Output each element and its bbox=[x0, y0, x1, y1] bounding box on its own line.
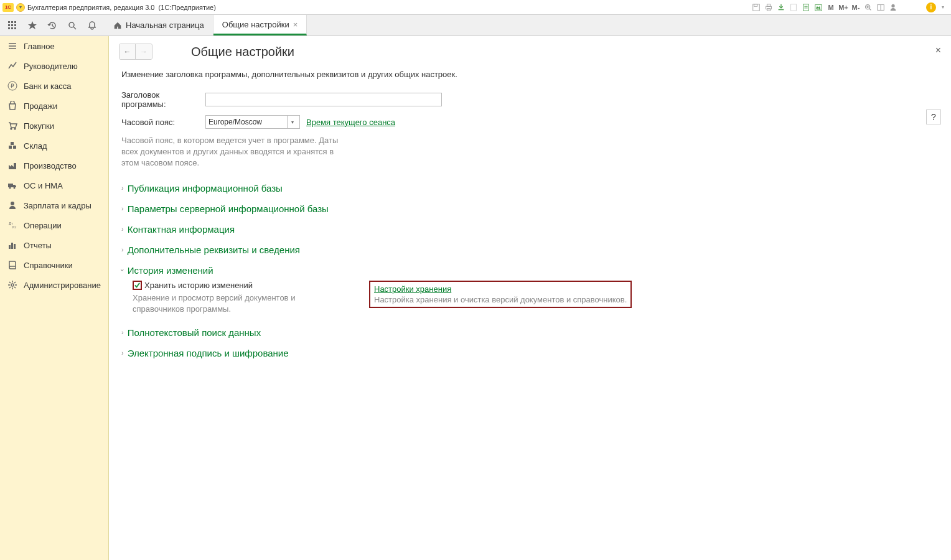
bell-icon[interactable] bbox=[82, 15, 102, 36]
nav-back-button[interactable]: ← bbox=[119, 44, 136, 59]
app-menu-dropdown[interactable]: ▾ bbox=[16, 3, 25, 12]
book-icon bbox=[7, 260, 17, 270]
sidebar: Главное Руководителю ₽Банк и касса Прода… bbox=[0, 36, 109, 560]
star-icon[interactable] bbox=[22, 15, 42, 36]
chart-line-icon bbox=[7, 61, 17, 71]
zoom-icon[interactable] bbox=[863, 2, 874, 13]
person-icon bbox=[7, 200, 17, 210]
calendar-icon[interactable]: 31 bbox=[813, 2, 824, 13]
sidebar-item-directories[interactable]: Справочники bbox=[0, 255, 108, 275]
history-icon[interactable] bbox=[42, 15, 62, 36]
download-icon[interactable] bbox=[775, 2, 787, 13]
svg-line-28 bbox=[73, 27, 76, 29]
save-icon[interactable] bbox=[751, 2, 762, 13]
help-button[interactable]: ? bbox=[926, 110, 941, 124]
bag-icon bbox=[7, 101, 17, 111]
info-dropdown[interactable]: ▾ bbox=[937, 2, 949, 13]
storage-settings-box: Настройки хранения Настройка хранения и … bbox=[369, 281, 632, 308]
svg-text:31: 31 bbox=[817, 5, 821, 9]
section-title: Параметры серверной информационной базы bbox=[128, 203, 329, 214]
svg-rect-47 bbox=[14, 244, 16, 249]
tab-settings-label: Общие настройки bbox=[222, 20, 289, 29]
svg-point-42 bbox=[11, 202, 14, 205]
search-icon[interactable] bbox=[62, 15, 82, 36]
close-button[interactable]: × bbox=[935, 45, 941, 56]
section-server-params[interactable]: › Параметры серверной информационной баз… bbox=[121, 201, 939, 217]
svg-point-17 bbox=[891, 4, 894, 7]
chevron-down-icon: › bbox=[119, 269, 126, 271]
page-title: Общие настройки bbox=[191, 45, 294, 59]
tab-home[interactable]: Начальная страница bbox=[105, 15, 213, 35]
sidebar-item-main[interactable]: Главное bbox=[0, 36, 108, 56]
svg-rect-25 bbox=[11, 27, 13, 29]
user-icon[interactable] bbox=[888, 2, 899, 13]
section-contact-info[interactable]: › Контактная информация bbox=[121, 222, 939, 237]
sidebar-item-operations[interactable]: ДтКтОперации bbox=[0, 215, 108, 235]
timezone-label: Часовой пояс: bbox=[121, 118, 205, 127]
calculator-icon[interactable] bbox=[800, 2, 812, 13]
nav-forward-button[interactable]: → bbox=[136, 44, 152, 59]
chevron-down-icon: ▾ bbox=[287, 116, 297, 128]
tab-close-icon[interactable]: × bbox=[293, 20, 298, 29]
section-title: Электронная подпись и шифрование bbox=[128, 348, 289, 358]
boxes-icon bbox=[7, 141, 17, 151]
sidebar-item-label: Администрирование bbox=[24, 281, 101, 290]
svg-rect-1 bbox=[754, 4, 757, 6]
section-publication[interactable]: › Публикация информационной базы bbox=[121, 180, 939, 196]
svg-rect-5 bbox=[791, 4, 797, 11]
print-icon[interactable] bbox=[763, 2, 774, 13]
section-title: Публикация информационной базы bbox=[128, 183, 283, 194]
home-icon bbox=[113, 21, 122, 30]
svg-text:Кт: Кт bbox=[12, 225, 16, 229]
svg-rect-18 bbox=[8, 21, 10, 23]
factory-icon bbox=[7, 161, 17, 170]
sidebar-item-purchases[interactable]: Покупки bbox=[0, 116, 108, 136]
svg-rect-26 bbox=[14, 27, 16, 29]
history-checkbox[interactable] bbox=[133, 281, 142, 290]
sidebar-item-production[interactable]: Производство bbox=[0, 156, 108, 175]
memory-m-plus[interactable]: М+ bbox=[838, 2, 849, 13]
chevron-right-icon: › bbox=[121, 246, 124, 253]
tab-home-label: Начальная страница bbox=[126, 21, 204, 30]
storage-settings-link[interactable]: Настройки хранения bbox=[374, 284, 451, 294]
memory-m-minus[interactable]: М- bbox=[850, 2, 861, 13]
section-history[interactable]: › История изменений bbox=[121, 263, 939, 278]
timezone-select[interactable]: Europe/Moscow ▾ bbox=[205, 115, 300, 129]
program-title-label: Заголовок программы: bbox=[121, 90, 205, 109]
storage-settings-desc: Настройка хранения и очистка версий доку… bbox=[374, 295, 627, 304]
apps-icon[interactable] bbox=[2, 15, 22, 36]
sidebar-item-hr[interactable]: Зарплата и кадры bbox=[0, 195, 108, 215]
sidebar-item-label: Банк и касса bbox=[24, 82, 72, 91]
svg-rect-21 bbox=[8, 24, 10, 26]
sidebar-item-assets[interactable]: ОС и НМА bbox=[0, 175, 108, 195]
checkbox-label: Хранить историю изменений bbox=[144, 281, 253, 290]
sidebar-item-label: Зарплата и кадры bbox=[24, 201, 91, 210]
panel-icon[interactable] bbox=[875, 2, 886, 13]
sidebar-item-manager[interactable]: Руководителю bbox=[0, 56, 108, 76]
sidebar-item-admin[interactable]: Администрирование bbox=[0, 275, 108, 295]
svg-rect-6 bbox=[803, 4, 809, 11]
app-title: Бухгалтерия предприятия, редакция 3.0 (1… bbox=[27, 4, 216, 11]
section-title: Дополнительные реквизиты и сведения bbox=[128, 245, 300, 255]
sidebar-item-sales[interactable]: Продажи bbox=[0, 96, 108, 116]
section-additional-req[interactable]: › Дополнительные реквизиты и сведения bbox=[121, 242, 939, 258]
timezone-value: Europe/Moscow bbox=[208, 118, 262, 126]
sidebar-item-bank[interactable]: ₽Банк и касса bbox=[0, 76, 108, 96]
program-title-input[interactable] bbox=[205, 93, 442, 106]
chevron-right-icon: › bbox=[121, 225, 124, 233]
sidebar-item-label: Производство bbox=[24, 161, 77, 170]
sidebar-item-reports[interactable]: Отчеты bbox=[0, 235, 108, 255]
svg-point-41 bbox=[14, 187, 16, 189]
section-fulltext[interactable]: › Полнотекстовый поиск данных bbox=[121, 325, 939, 340]
tab-bar: Начальная страница Общие настройки × bbox=[0, 15, 951, 36]
info-icon[interactable]: i bbox=[926, 2, 936, 12]
sidebar-item-warehouse[interactable]: Склад bbox=[0, 136, 108, 156]
session-time-link[interactable]: Время текущего сеанса bbox=[306, 118, 395, 127]
svg-rect-45 bbox=[9, 245, 11, 249]
ruble-icon: ₽ bbox=[7, 81, 17, 91]
section-signature[interactable]: › Электронная подпись и шифрование bbox=[121, 345, 939, 361]
tab-settings[interactable]: Общие настройки × bbox=[213, 15, 307, 35]
memory-m[interactable]: М bbox=[825, 2, 836, 13]
document-icon[interactable] bbox=[788, 2, 799, 13]
content-area: ← → Общие настройки × ? Изменение заголо… bbox=[109, 36, 951, 560]
